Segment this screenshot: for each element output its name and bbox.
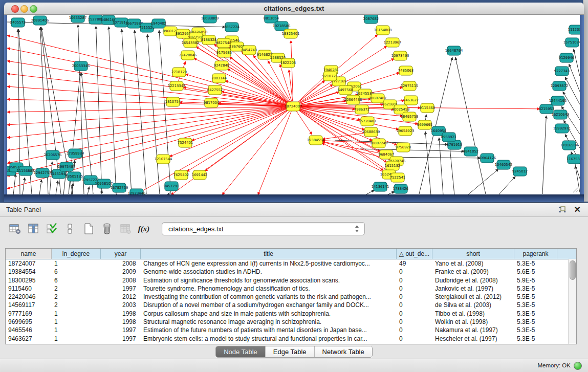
graph-node-yellow[interactable]: 10688639	[362, 127, 380, 137]
show-columns-icon[interactable]	[26, 221, 41, 237]
citation-edge-black[interactable]	[574, 49, 580, 76]
column-header-pagerank[interactable]: pagerank	[514, 249, 557, 259]
graph-node-yellow[interactable]: 9242848	[214, 61, 229, 70]
graph-node-teal[interactable]: 12923446	[128, 189, 146, 194]
table-row[interactable]: 1872400712008Changes of HCN gene express…	[6, 259, 576, 268]
graph-node-teal[interactable]: 9457791	[164, 182, 179, 191]
citation-edge-black[interactable]	[23, 178, 25, 194]
graph-node-teal[interactable]: 1167534	[567, 155, 580, 164]
graph-node-teal[interactable]: 2405572	[10, 18, 26, 27]
citation-edge-black[interactable]	[542, 116, 546, 194]
graph-node-yellow[interactable]: 2803144	[211, 74, 227, 83]
graph-node-yellow[interactable]: 20364436	[344, 95, 362, 104]
graph-node-teal[interactable]: 16033809	[201, 15, 219, 23]
close-panel-icon[interactable]: ✕	[574, 205, 581, 215]
graph-node-yellow[interactable]: 15720407	[359, 117, 377, 126]
citation-edge-black[interactable]	[335, 140, 448, 145]
graph-node-yellow[interactable]: 19654923	[397, 126, 415, 136]
graph-node-yellow[interactable]: 1691442	[192, 170, 207, 180]
citation-edge-black[interactable]	[498, 177, 515, 194]
citation-edge-black[interactable]	[159, 30, 171, 194]
network-window-titlebar[interactable]: citations_edges.txt	[4, 3, 584, 15]
table-row[interactable]: 911546021997Tourette syndrome. Phenomeno…	[6, 285, 576, 293]
graph-node-yellow[interactable]: 18807249	[370, 139, 388, 148]
graph-node-teal[interactable]: 9841052	[463, 147, 478, 156]
graph-node-teal[interactable]: 19975487	[58, 162, 76, 171]
citation-edge-red[interactable]	[297, 75, 326, 103]
graph-node-teal[interactable]: 10460542	[495, 160, 513, 169]
graph-node-yellow[interactable]: 9756928	[396, 143, 411, 152]
graph-node-teal[interactable]: 12444195	[549, 96, 567, 105]
graph-node-teal[interactable]: 14136141	[372, 182, 389, 191]
citation-edge-red[interactable]	[7, 107, 288, 150]
citation-edge-red[interactable]	[185, 74, 288, 105]
graph-node-teal[interactable]: 2087682	[363, 15, 379, 24]
graph-node-yellow[interactable]: 8427552	[207, 85, 223, 95]
graph-node-teal[interactable]: 16210643	[552, 110, 570, 119]
graph-node-yellow[interactable]: 1615132	[385, 161, 400, 170]
column-header-in_degree[interactable]: in_degree	[52, 249, 101, 259]
citation-edge-black[interactable]	[122, 29, 132, 194]
citation-edge-black[interactable]	[50, 162, 52, 194]
citation-edge-black[interactable]	[425, 132, 431, 194]
graph-node-teal[interactable]: 11156883	[17, 166, 35, 176]
network-canvas[interactable]: 1872400724055722089140610655287152780284…	[7, 15, 580, 194]
graph-node-teal[interactable]: 1733426	[393, 184, 408, 193]
citation-edge-black[interactable]	[116, 194, 117, 194]
graph-node-yellow[interactable]: 16154808	[374, 26, 392, 35]
graph-node-yellow[interactable]: 18325401	[282, 29, 300, 38]
citation-edge-black[interactable]	[147, 34, 160, 194]
citation-edge-black[interactable]	[13, 174, 16, 194]
table-settings-icon[interactable]	[7, 221, 23, 237]
graph-node-teal[interactable]: 20891406	[31, 16, 49, 25]
select-columns-icon[interactable]	[44, 221, 59, 237]
table-scrollbar[interactable]	[568, 259, 576, 344]
graph-node-teal[interactable]: 12942757	[34, 168, 52, 178]
graph-node-yellow[interactable]: 12213967	[384, 38, 402, 47]
graph-node-teal[interactable]: 13505135	[66, 172, 83, 181]
resize-grip-icon[interactable]	[571, 186, 578, 193]
citation-edge-black[interactable]	[425, 115, 426, 120]
citation-edge-red[interactable]	[7, 99, 288, 106]
graph-node-teal[interactable]: 7857224	[224, 23, 239, 32]
graph-node-teal[interactable]: 17359934	[67, 149, 84, 158]
citation-network-graph[interactable]: 1872400724055722089140610655287152780284…	[7, 15, 580, 194]
citation-edge-red[interactable]	[222, 111, 290, 194]
import-table-icon[interactable]	[118, 221, 133, 237]
graph-node-yellow[interactable]: 12107544	[155, 155, 172, 164]
graph-node-yellow[interactable]: 9817004	[204, 98, 219, 107]
graph-node-yellow[interactable]: 12213343	[168, 81, 186, 91]
memory-status-indicator[interactable]	[574, 362, 582, 370]
graph-node-teal[interactable]: 10964126	[478, 154, 496, 163]
citation-edge-black[interactable]	[168, 192, 169, 194]
citation-edge-red[interactable]	[297, 80, 325, 103]
citation-edge-red[interactable]	[187, 109, 289, 171]
graph-node-yellow[interactable]: 7522541	[390, 173, 405, 182]
graph-node-teal[interactable]: 15751074	[563, 38, 580, 47]
citation-edge-black[interactable]	[565, 77, 580, 104]
graph-node-yellow[interactable]: 18495758	[401, 112, 419, 121]
citation-edge-red[interactable]	[298, 92, 339, 105]
table-row[interactable]: 969969511998Structural magnetic resonanc…	[6, 318, 576, 326]
tab-edge-table[interactable]: Edge Table	[266, 346, 315, 357]
network-table-selector[interactable]: citations_edges.txt	[162, 222, 365, 235]
citation-edge-red[interactable]	[191, 108, 288, 141]
graph-node-yellow[interactable]: 7524401	[178, 138, 193, 147]
graph-node-yellow[interactable]: 7625402	[173, 170, 189, 180]
graph-node-teal[interactable]: 16782759	[111, 183, 128, 192]
graph-node-yellow[interactable]: 9210721	[322, 72, 338, 81]
citation-edge-black[interactable]	[439, 138, 443, 194]
graph-node-yellow[interactable]: 8454743	[242, 46, 257, 55]
graph-node-teal[interactable]: 20053346	[72, 61, 90, 71]
graph-node-teal[interactable]: 12093872	[551, 81, 569, 91]
citation-edge-black[interactable]	[449, 144, 454, 194]
tab-node-table[interactable]: Node Table	[216, 346, 266, 357]
graph-node-teal[interactable]: 9245012	[512, 167, 528, 176]
citation-edge-black[interactable]	[387, 191, 395, 194]
graph-node-teal[interactable]: 17016504	[560, 141, 578, 150]
table-row[interactable]: 946362711997Embryonic stem cells: a mode…	[6, 335, 576, 343]
graph-node-yellow[interactable]: 19384554	[307, 136, 325, 145]
citation-edge-red[interactable]	[7, 108, 288, 189]
graph-node-teal[interactable]: 1112037	[568, 25, 580, 34]
graph-node-yellow[interactable]: 2718120	[171, 68, 187, 77]
